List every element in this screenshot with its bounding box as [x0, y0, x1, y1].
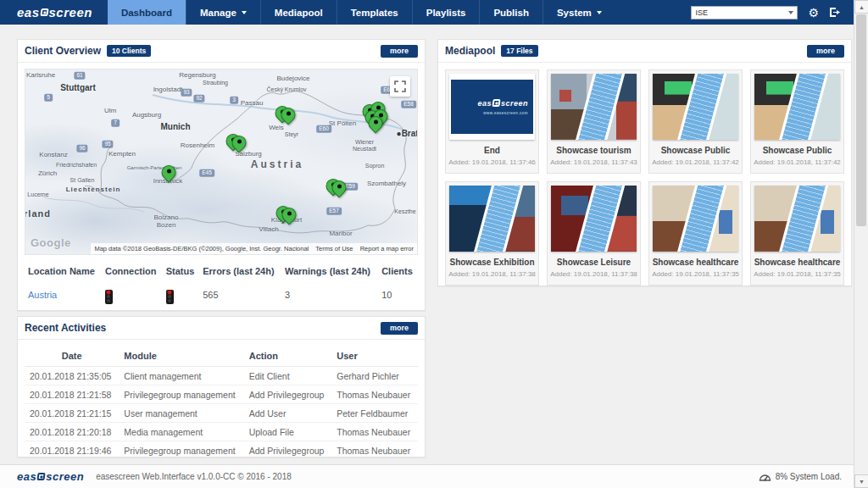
terms-of-use-link[interactable]: Terms of Use [315, 245, 353, 252]
media-card[interactable]: Showcase healthcareAdded: 19.01.2018, 11… [750, 181, 844, 286]
logo-text-eas: eas [477, 99, 492, 108]
media-label: Showcase PublicAdded: 19.01.2018, 11:37:… [751, 140, 843, 173]
client-map-marker[interactable] [332, 180, 347, 195]
scrollbar-up-arrow[interactable]: ▲ [854, 0, 868, 14]
client-clients-cell: 10 [378, 282, 418, 311]
fullscreen-icon [394, 80, 406, 92]
footer-easescreen-logo: easscreen [17, 470, 84, 483]
activity-user: Thomas Neubauer [331, 441, 418, 460]
media-card[interactable]: Showcase PublicAdded: 19.01.2018, 11:37:… [648, 69, 743, 174]
system-load-text: 8% System Load. [776, 472, 842, 481]
search-select[interactable]: ISE [691, 6, 798, 19]
map-attribution: Map data ©2018 GeoBasis-DE/BKG (©2009), … [91, 243, 417, 254]
media-added-date: Added: 19.01.2018, 11:37:38 [448, 270, 537, 278]
activity-row[interactable]: 20.01.2018 21:19:46Privilegegroup manage… [25, 441, 418, 460]
dashboard-page: easscreen DashboardManageMediapoolTempla… [0, 0, 868, 488]
client-map-marker[interactable] [232, 136, 247, 150]
activity-row[interactable]: 20.01.2018 21:35:05Client managementEdit… [25, 367, 418, 385]
report-map-error-link[interactable]: Report a map error [360, 245, 414, 252]
mediapool-more-button[interactable]: more [807, 45, 844, 58]
media-added-date: Added: 19.01.2018, 11:37:35 [753, 270, 842, 278]
activity-module: Privilegegroup management [119, 385, 243, 404]
activity-module: Media management [119, 423, 243, 441]
media-label: Showcase ExhibitionAdded: 19.01.2018, 11… [446, 252, 538, 285]
client-table-header: Status [163, 262, 200, 282]
activity-row[interactable]: 20.01.2018 21:21:58Privilegegroup manage… [25, 385, 418, 404]
logo-square-icon [492, 99, 500, 107]
client-map-marker[interactable] [282, 208, 297, 222]
media-card[interactable]: Showcase LeisureAdded: 19.01.2018, 11:37… [547, 181, 641, 286]
nav-item-templates[interactable]: Templates [337, 0, 412, 25]
nav-item-label: Dashboard [121, 8, 172, 18]
media-card[interactable]: Showcase ExhibitionAdded: 19.01.2018, 11… [445, 181, 539, 286]
media-card[interactable]: easscreenwww.easescreen.comEndAdded: 19.… [445, 69, 539, 174]
logo-text-screen: screen [46, 470, 84, 483]
client-table-header: Connection [102, 262, 163, 282]
marker-dot [237, 140, 242, 144]
map-fullscreen-button[interactable] [390, 76, 410, 97]
activities-table: DateModuleActionUser 20.01.2018 21:35:05… [25, 347, 418, 459]
media-title: Showcase Public [651, 146, 740, 155]
client-warnings-cell: 3 [281, 282, 378, 311]
client-errors-cell: 565 [199, 282, 281, 311]
client-overview-title: Client Overview [25, 45, 101, 57]
brand-logo[interactable]: easscreen [0, 0, 108, 25]
media-title: End [448, 146, 537, 155]
marker-dot [337, 185, 342, 189]
activity-module: User management [119, 404, 243, 423]
media-label: Showcase LeisureAdded: 19.01.2018, 11:37… [548, 252, 640, 285]
nav-item-label: System [557, 8, 592, 18]
recent-activities-panel: Recent Activities more DateModuleActionU… [17, 316, 426, 458]
client-map-marker[interactable] [369, 116, 383, 130]
logo-text-eas: eas [17, 5, 40, 19]
chevron-down-icon [788, 11, 793, 14]
client-location-link[interactable]: Austria [28, 290, 57, 300]
media-card[interactable]: Showcase healthcareAdded: 19.01.2018, 11… [648, 181, 743, 286]
mediapool-header: Mediapool 17 Files more [438, 40, 851, 63]
recent-activities-title: Recent Activities [25, 322, 106, 334]
activity-user: Gerhard Pichler [331, 367, 418, 385]
activity-action: Add User [244, 404, 332, 423]
activity-module: Client management [119, 367, 243, 385]
recent-activities-more-button[interactable]: more [381, 322, 418, 335]
nav-item-system[interactable]: System [542, 0, 615, 25]
media-card[interactable]: Showcase PublicAdded: 19.01.2018, 11:37:… [750, 69, 844, 174]
media-thumbnail [449, 186, 535, 252]
chevron-down-icon [597, 11, 602, 14]
media-added-date: Added: 19.01.2018, 11:37:46 [448, 158, 537, 166]
mediapool-title: Mediapool [445, 45, 495, 57]
client-map-marker[interactable] [281, 108, 296, 122]
nav-item-manage[interactable]: Manage [186, 0, 260, 25]
nav-item-publish[interactable]: Publish [479, 0, 542, 25]
client-overview-header: Client Overview 10 Clients more [18, 40, 425, 63]
media-title: Showcase Exhibition [448, 258, 537, 267]
nav-item-label: Mediapool [275, 8, 323, 18]
activity-user: Thomas Neubauer [331, 385, 418, 404]
activity-action: Add Privilegegroup [244, 385, 332, 404]
client-overview-more-button[interactable]: more [381, 45, 418, 58]
client-connection-cell [102, 282, 163, 311]
nav-items: DashboardManageMediapoolTemplatesPlaylis… [108, 0, 615, 25]
nav-item-playlists[interactable]: Playlists [412, 0, 480, 25]
marker-dot [167, 169, 171, 174]
vertical-scrollbar[interactable]: ▲ ▼ [854, 0, 868, 488]
activity-row[interactable]: 20.01.2018 21:21:15User managementAdd Us… [25, 404, 418, 423]
activity-user: Thomas Neubauer [331, 423, 418, 441]
logout-icon[interactable] [829, 7, 842, 18]
scrollbar-thumb[interactable] [856, 14, 866, 226]
clients-map[interactable]: KarlsruheStuttgartRegensburgStraubingBud… [25, 69, 418, 255]
easescreen-url-text: www.easescreen.com [483, 111, 528, 115]
media-card[interactable]: Showcase tourismAdded: 19.01.2018, 11:37… [547, 69, 641, 174]
activity-row[interactable]: 20.01.2018 21:20:18Media managementUploa… [25, 423, 418, 441]
activity-action: Upload File [244, 423, 332, 441]
client-map-marker[interactable] [162, 165, 176, 180]
footer-version-text: easescreen Web.Interface v1.0.0-CC © 201… [96, 472, 292, 481]
nav-item-dashboard[interactable]: Dashboard [108, 0, 186, 25]
media-label: Showcase healthcareAdded: 19.01.2018, 11… [751, 252, 843, 285]
scrollbar-down-arrow[interactable]: ▼ [854, 474, 868, 488]
gear-icon[interactable]: ⚙ [808, 7, 819, 19]
media-title: Showcase tourism [549, 146, 638, 155]
activity-module: Privilegegroup management [119, 441, 243, 460]
media-thumbnail [653, 74, 738, 140]
nav-item-mediapool[interactable]: Mediapool [260, 0, 337, 25]
